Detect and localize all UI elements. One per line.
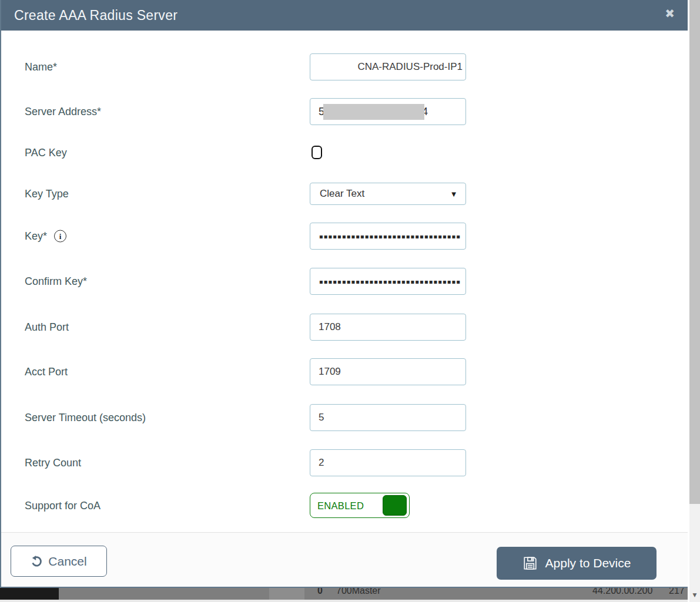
create-aaa-radius-server-dialog: Create AAA Radius Server ✖ Name* Server … [0,0,688,588]
support-for-coa-field-row: Support for CoA ENABLED [1,493,688,518]
cancel-button[interactable]: Cancel [11,546,107,577]
support-for-coa-toggle[interactable]: ENABLED [310,493,410,518]
auth-port-field-row: Auth Port [1,314,688,341]
screen: 0 700Master 44.200.00.200 217 ▼ Create A… [0,0,700,602]
info-icon[interactable]: i [54,230,66,243]
scrollbar-track[interactable]: ▼ [689,0,700,602]
name-input[interactable] [310,53,466,80]
background-table-cell-band [269,588,304,600]
acct-port-field-row: Acct Port [1,358,688,385]
toggle-state-text: ENABLED [317,500,364,511]
close-icon[interactable]: ✖ [665,8,675,19]
background-cell-port: 217 [669,588,685,596]
redaction-overlay [323,104,424,120]
server-address-field-row: Server Address* 5 4 [1,98,688,125]
pac-key-field-row: PAC Key [1,146,688,159]
apply-button-label: Apply to Device [545,556,631,570]
confirm-key-input[interactable]: ▪▪▪▪▪▪▪▪▪▪▪▪▪▪▪▪▪▪▪▪▪▪▪▪▪▪▪▪▪▪▪ [310,268,466,295]
server-address-label: Server Address* [25,106,101,118]
background-cell-name: 700Master [336,588,381,596]
background-table-row: 0 700Master 44.200.00.200 217 [59,588,688,600]
dialog-header: Create AAA Radius Server ✖ [1,0,688,31]
pac-key-checkbox[interactable] [312,146,322,159]
auth-port-input[interactable] [310,314,466,341]
scroll-down-arrow-icon[interactable]: ▼ [689,589,700,601]
background-cell-address: 44.200.00.200 [592,588,652,596]
scrollbar-thumb[interactable] [689,0,700,504]
server-timeout-field-row: Server Timeout (seconds) [1,404,688,431]
acct-port-label: Acct Port [25,366,68,378]
retry-count-label: Retry Count [25,457,81,469]
key-type-select[interactable]: Clear Text ▼ [310,183,466,205]
server-address-input[interactable]: 5 4 [310,98,466,125]
key-field-row: Key* i ▪▪▪▪▪▪▪▪▪▪▪▪▪▪▪▪▪▪▪▪▪▪▪▪▪▪▪▪▪▪▪ [1,223,688,250]
cancel-button-label: Cancel [48,554,86,569]
toggle-knob[interactable] [383,495,407,516]
save-icon [523,556,538,571]
retry-count-field-row: Retry Count [1,449,688,476]
acct-port-input[interactable] [310,358,466,385]
retry-count-input[interactable] [310,449,466,476]
confirm-key-label: Confirm Key* [25,275,87,288]
dialog-title: Create AAA Radius Server [14,8,177,23]
server-timeout-input[interactable] [310,404,466,431]
key-input[interactable]: ▪▪▪▪▪▪▪▪▪▪▪▪▪▪▪▪▪▪▪▪▪▪▪▪▪▪▪▪▪▪▪ [310,223,466,250]
undo-icon [31,555,43,567]
apply-to-device-button[interactable]: Apply to Device [497,547,657,580]
server-timeout-label: Server Timeout (seconds) [25,412,146,424]
key-type-field-row: Key Type Clear Text ▼ [1,183,688,205]
key-label-text: Key* [25,230,47,243]
name-label: Name* [25,61,57,73]
key-type-label: Key Type [25,188,69,200]
confirm-key-field-row: Confirm Key* ▪▪▪▪▪▪▪▪▪▪▪▪▪▪▪▪▪▪▪▪▪▪▪▪▪▪▪… [1,268,688,295]
background-cell-index: 0 [317,588,323,596]
name-field-row: Name* [1,53,688,80]
key-label: Key* i [25,230,66,243]
dropdown-arrow-icon: ▼ [451,191,456,197]
background-sidebar-fragment [0,588,59,600]
auth-port-label: Auth Port [25,321,69,334]
support-for-coa-label: Support for CoA [25,499,101,512]
dialog-footer: Cancel Apply to Device [1,532,688,587]
dimmed-background: 0 700Master 44.200.00.200 217 [0,588,688,602]
pac-key-label: PAC Key [25,146,67,159]
key-type-selected-value: Clear Text [320,188,364,200]
